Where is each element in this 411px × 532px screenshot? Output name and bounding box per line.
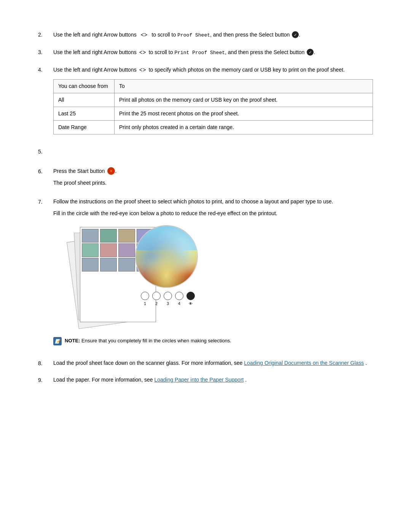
step-4-text-before: Use the left and right Arrow buttons [53,67,137,73]
photo-circle-inner [136,226,197,287]
sel-label-4: 4 [178,301,180,307]
note-body: Ensure that you completely fill in the c… [81,338,231,343]
step-3-text-mid: to scroll to [149,49,173,55]
choose-from-table: You can choose from To All Print all pho… [53,79,373,134]
step-3-content: Use the left and right Arrow buttons <> … [53,48,373,57]
table-cell-all-desc: Print all photos on the memory card or U… [115,93,373,107]
table-cell-last25-label: Last 25 [54,107,115,121]
note-icon: 📝 [53,337,62,345]
step-7: 7. Follow the instructions on the proof … [38,198,373,351]
step-6-para: Press the Start button . [53,167,373,175]
table-row-last25: Last 25 Print the 25 most recent photos … [54,107,373,121]
thumb-3 [118,229,135,243]
circle-group-redeye: 👁 [186,292,195,307]
photo-circle [135,225,198,288]
main-content: 2. Use the left and right Arrow buttons … [38,30,373,384]
step-8-text-after: . [365,360,367,366]
start-button-icon [107,167,115,175]
sel-circle-3 [164,292,172,300]
step-2-text-after: , and then press the Select button [210,32,290,38]
note-label: NOTE: [65,338,80,343]
thumb-10 [100,258,117,272]
sel-label-3: 3 [167,301,169,307]
step-8-content: Load the proof sheet face down on the sc… [53,359,373,367]
step-9-content: Load the paper. For more information, se… [53,376,373,384]
step-5: 5. [38,147,373,159]
step-6-text: Press the Start button [53,168,105,174]
thumb-7 [118,243,135,257]
circle-group-3: 3 [164,292,172,307]
step-5-num: 5. [38,147,53,156]
step-4: 4. Use the left and right Arrow buttons … [38,66,373,139]
step-3-code: Print Proof Sheet [174,50,225,56]
arrow-icon-step2: <> [140,30,147,40]
table-cell-last25-desc: Print the 25 most recent photos on the p… [115,107,373,121]
proof-image-container: 1 2 3 4 [68,225,373,332]
step-3: 3. Use the left and right Arrow buttons … [38,48,373,57]
arrow-icon-step3: <> [139,48,146,57]
step-2: 2. Use the left and right Arrow buttons … [38,30,373,40]
step-6-content: Press the Start button . The proof sheet… [53,167,373,189]
thumb-2 [100,229,117,243]
step-7-sub: Fill in the circle with the red-eye icon… [53,209,373,217]
table-row-daterange: Date Range Print only photos created in … [54,121,373,134]
step-6: 6. Press the Start button . The proof sh… [38,167,373,189]
step-7-num: 7. [38,198,53,206]
step-2-content: Use the left and right Arrow buttons <> … [53,30,373,40]
sel-label-1: 1 [144,301,146,307]
thumb-1 [82,229,99,243]
table-cell-daterange-label: Date Range [54,121,115,134]
thumb-5 [82,243,99,257]
sel-circle-4 [175,292,183,300]
step-8-num: 8. [38,359,53,367]
proof-sheet-illustration: 1 2 3 4 [68,225,198,332]
step-2-text-mid: to scroll to [151,32,176,38]
table-cell-daterange-desc: Print only photos created in a certain d… [115,121,373,134]
step-3-text-after: , and then press the Select button [225,49,304,55]
step-6-num: 6. [38,167,53,176]
step-8: 8. Load the proof sheet face down on the… [38,359,373,367]
circle-group-4: 4 [175,292,183,307]
circle-group-1: 1 [141,292,149,307]
sel-label-2: 2 [155,301,158,307]
table-header-col2: To [115,80,373,93]
step-8-text-before: Load the proof sheet face down on the sc… [53,360,242,366]
sel-circle-2 [152,292,161,300]
sel-label-redeye: 👁 [189,301,193,307]
step-4-text-mid: to specify which photos on the memory ca… [149,67,345,73]
table-header-row: You can choose from To [54,80,373,93]
step-6-result: The proof sheet prints. [53,179,373,187]
arrow-icon-step4: <> [139,66,146,75]
step-4-para: Use the left and right Arrow buttons <> … [53,66,373,75]
step-3-num: 3. [38,48,53,56]
table-cell-all-label: All [54,93,115,107]
step-4-content: Use the left and right Arrow buttons <> … [53,66,373,139]
sel-circle-1 [141,292,149,300]
step-9-text-before: Load the paper. For more information, se… [53,377,153,383]
step-7-content: Follow the instructions on the proof she… [53,198,373,351]
thumb-9 [82,258,99,272]
step-2-code: Proof Sheet [177,32,210,38]
thumb-11 [118,258,135,272]
sel-circle-redeye [186,292,195,300]
thumb-6 [100,243,117,257]
step-9-num: 9. [38,376,53,384]
step-9: 9. Load the paper. For more information,… [38,376,373,384]
selection-circles: 1 2 3 4 [141,292,195,307]
select-button-icon-2 [292,31,299,38]
table-row-all: All Print all photos on the memory card … [54,93,373,107]
note-text: NOTE: Ensure that you completely fill in… [65,337,231,345]
step-8-link[interactable]: Loading Original Documents on the Scanne… [244,360,364,366]
step-2-num: 2. [38,30,53,39]
step-4-num: 4. [38,66,53,74]
circle-group-2: 2 [152,292,161,307]
step-9-link[interactable]: Loading Paper into the Paper Support [154,377,244,383]
step-3-text-before: Use the left and right Arrow buttons [53,49,137,55]
step-2-text-before: Use the left and right Arrow buttons [53,32,137,38]
instructions-list: 2. Use the left and right Arrow buttons … [38,30,373,384]
select-button-icon-3 [307,49,314,56]
step-9-text-after: . [245,377,247,383]
note-box: 📝 NOTE: Ensure that you completely fill … [53,337,373,345]
step-7-para: Follow the instructions on the proof she… [53,198,373,206]
step-5-content [53,147,373,159]
